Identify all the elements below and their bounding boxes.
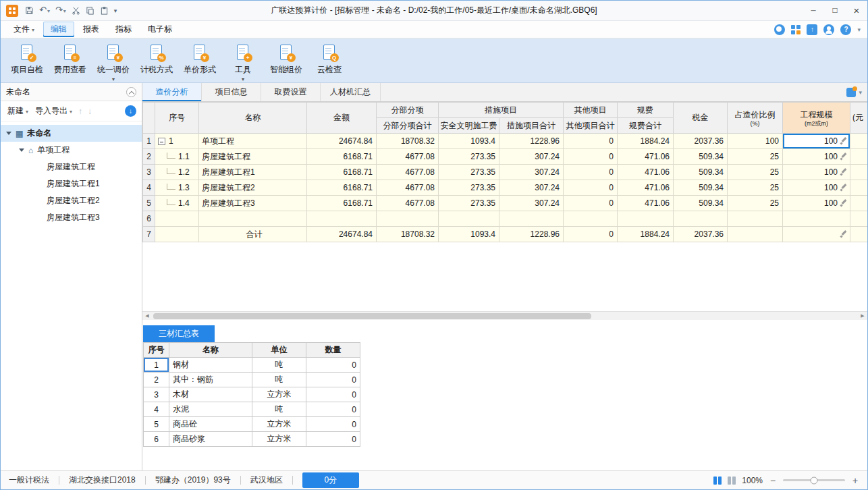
- menu-ebid[interactable]: 电子标: [140, 22, 180, 37]
- apps-grid-icon[interactable]: [791, 25, 801, 34]
- cell-aqwm[interactable]: 273.35: [439, 196, 499, 211]
- zoom-out-icon[interactable]: −: [769, 477, 777, 485]
- mat-cell-name[interactable]: 商品砂浆: [169, 432, 252, 447]
- cell-qtxm[interactable]: 0: [564, 165, 618, 180]
- tool-lamp-icon[interactable]: [846, 88, 856, 97]
- collapse-panel-icon[interactable]: [126, 87, 136, 97]
- chevron-down-icon[interactable]: ▾: [114, 6, 117, 16]
- cell-qtxm[interactable]: 0: [564, 149, 618, 165]
- cell-ratio[interactable]: 25: [728, 165, 783, 180]
- cell-amount[interactable]: 6168.71: [307, 196, 377, 211]
- cell-aqwm[interactable]: 273.35: [439, 149, 499, 165]
- expand-all-icon[interactable]: ↓: [125, 105, 136, 117]
- cell-ratio[interactable]: 100: [728, 134, 783, 149]
- mat-cell-qty[interactable]: 0: [306, 432, 360, 447]
- mat-cell-qty[interactable]: 0: [306, 417, 360, 432]
- cell-seq[interactable]: 1.2: [155, 165, 199, 180]
- cell-csxm[interactable]: 307.24: [499, 149, 564, 165]
- cell-csxm[interactable]: 307.24: [499, 165, 564, 180]
- tree-item-1[interactable]: ⌂单项工程: [1, 142, 142, 159]
- cell-amount[interactable]: [307, 211, 377, 227]
- maximize-button[interactable]: [824, 1, 846, 20]
- toolbar-button-智能组价[interactable]: ¥智能组价: [265, 43, 307, 76]
- support-headset-icon[interactable]: [823, 24, 834, 35]
- chevron-down-icon[interactable]: ▾: [857, 26, 861, 33]
- cell-scale[interactable]: 100: [783, 196, 850, 211]
- tree-item-0[interactable]: ▦未命名: [1, 125, 142, 142]
- cell-scale[interactable]: [783, 211, 850, 227]
- row-number[interactable]: 4: [143, 180, 155, 196]
- toolbar-button-计税方式[interactable]: %计税方式: [136, 43, 178, 76]
- mat-cell-seq[interactable]: 2: [144, 373, 169, 387]
- minimize-button[interactable]: [803, 1, 824, 20]
- cell-qtxm[interactable]: 0: [564, 134, 618, 149]
- edit-pencil-icon[interactable]: [840, 153, 848, 161]
- cell-name[interactable]: 单项工程: [199, 134, 307, 149]
- menu-report[interactable]: 报表: [76, 22, 107, 37]
- cell-ratio[interactable]: 25: [728, 180, 783, 196]
- cell-gf[interactable]: 471.06: [618, 196, 674, 211]
- mat-cell-unit[interactable]: 立方米: [252, 387, 306, 402]
- cell-gf[interactable]: 471.06: [618, 180, 674, 196]
- move-up-icon[interactable]: ↑: [78, 107, 83, 116]
- zoom-slider[interactable]: [783, 479, 845, 481]
- row-number[interactable]: 6: [143, 211, 155, 227]
- mat-cell-name[interactable]: 木材: [169, 387, 252, 402]
- redo-icon[interactable]: ↷: [55, 5, 66, 16]
- cell-csxm[interactable]: 307.24: [499, 196, 564, 211]
- cell-csxm[interactable]: 1228.96: [499, 227, 564, 242]
- cell-aqwm[interactable]: 273.35: [439, 180, 499, 196]
- cell-fbfx[interactable]: 4677.08: [377, 196, 439, 211]
- copy-icon[interactable]: [86, 6, 94, 15]
- cell-tax[interactable]: 509.34: [674, 165, 728, 180]
- cell-ratio[interactable]: [728, 211, 783, 227]
- tree-item-4[interactable]: 房屋建筑工程2: [1, 192, 142, 209]
- tree-expand-icon[interactable]: [6, 132, 11, 135]
- cell-qtxm[interactable]: [564, 211, 618, 227]
- import-export-button[interactable]: 导入导出: [34, 103, 74, 119]
- cell-qtxm[interactable]: 0: [564, 196, 618, 211]
- row-number[interactable]: 2: [143, 149, 155, 165]
- cell-gf[interactable]: 1884.24: [618, 134, 674, 149]
- cell-tax[interactable]: 2037.36: [674, 134, 728, 149]
- cell-name[interactable]: 房屋建筑工程3: [199, 196, 307, 211]
- edit-pencil-icon[interactable]: [840, 199, 848, 207]
- cell-tax[interactable]: 509.34: [674, 196, 728, 211]
- cell-ratio[interactable]: 25: [728, 196, 783, 211]
- cell-gf[interactable]: 471.06: [618, 149, 674, 165]
- cell-fbfx[interactable]: 18708.32: [377, 134, 439, 149]
- cell-fbfx[interactable]: [377, 211, 439, 227]
- mat-cell-name[interactable]: 钢材: [169, 358, 252, 373]
- toolbar-button-统一调价[interactable]: ¥统一调价▾: [92, 43, 134, 82]
- tab-cost-analysis[interactable]: 造价分析: [142, 83, 202, 101]
- toolbar-button-项目自检[interactable]: ✓项目自检: [6, 43, 48, 76]
- cell-scale[interactable]: 100: [783, 180, 850, 196]
- cell-seq[interactable]: 1: [155, 134, 199, 149]
- cell-qtxm[interactable]: 0: [564, 227, 618, 242]
- row-number[interactable]: 3: [143, 165, 155, 180]
- cell-name[interactable]: 合计: [199, 227, 307, 242]
- cell-csxm[interactable]: 1228.96: [499, 134, 564, 149]
- scrollbar-track[interactable]: [152, 312, 858, 320]
- toolbar-button-工具[interactable]: +工具▾: [222, 43, 264, 82]
- cell-fbfx[interactable]: 18708.32: [377, 227, 439, 242]
- tree-item-5[interactable]: 房屋建筑工程3: [1, 209, 142, 226]
- mat-cell-name[interactable]: 水泥: [169, 402, 252, 417]
- menu-edit[interactable]: 编辑: [43, 22, 74, 37]
- collapse-row-icon[interactable]: [158, 138, 165, 145]
- toolbar-button-云检查[interactable]: Q云检查: [308, 43, 350, 76]
- toolbar-button-费用查看[interactable]: ≡费用查看: [49, 43, 91, 76]
- cell-ratio[interactable]: 25: [728, 149, 783, 165]
- upload-icon[interactable]: ↑: [807, 24, 817, 35]
- cell-tax[interactable]: 2037.36: [674, 227, 728, 242]
- edit-pencil-icon[interactable]: [840, 184, 848, 192]
- edit-pencil-icon[interactable]: [840, 137, 848, 145]
- tree-item-2[interactable]: 房屋建筑工程: [1, 159, 142, 175]
- view-mode-1-icon[interactable]: [713, 476, 722, 485]
- cell-ratio[interactable]: [728, 227, 783, 242]
- cell-name[interactable]: 房屋建筑工程: [199, 149, 307, 165]
- edit-pencil-icon[interactable]: [840, 168, 848, 176]
- cell-aqwm[interactable]: 1093.4: [439, 227, 499, 242]
- mat-cell-seq[interactable]: 5: [144, 417, 169, 432]
- horizontal-scrollbar[interactable]: ◀ ▶: [142, 311, 867, 320]
